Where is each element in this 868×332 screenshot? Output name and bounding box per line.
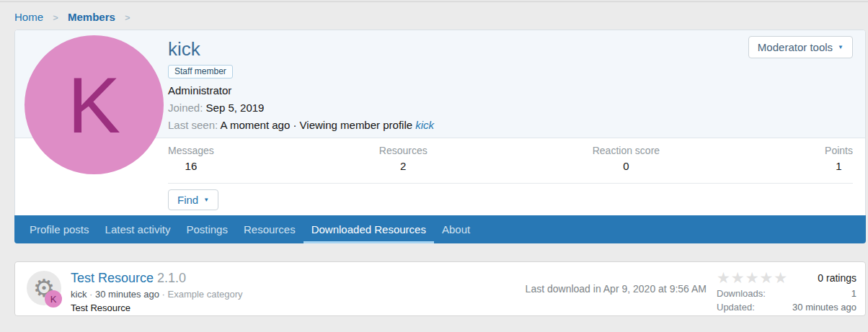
ratings-count: 0 ratings [818, 272, 856, 284]
stat-points: Points 1 [825, 145, 853, 183]
joined-label: Joined: [168, 102, 203, 114]
dot-separator: · [162, 289, 165, 300]
stat-resources: Resources 2 [379, 145, 428, 183]
resource-list-item: ⚙ K Test Resource 2.1.0 kick · 30 minute… [14, 261, 866, 316]
stat-value[interactable]: 1 [825, 160, 853, 172]
resource-icon[interactable]: ⚙ K [27, 271, 61, 305]
resource-title-line: Test Resource 2.1.0 [71, 271, 526, 285]
updated-label: Updated: [717, 302, 755, 313]
moderator-tools-button[interactable]: Moderator tools ▼ [748, 36, 853, 58]
resource-time: 30 minutes ago [95, 289, 159, 300]
tab-profile-posts[interactable]: Profile posts [22, 215, 97, 243]
last-seen-line: Last seen: A moment ago · Viewing member… [168, 119, 853, 131]
find-label: Find [177, 194, 198, 206]
stat-label: Reaction score [593, 145, 660, 156]
stat-value[interactable]: 16 [168, 160, 214, 172]
user-role: Administrator [168, 84, 853, 97]
staff-member-badge: Staff member [168, 65, 233, 78]
stat-label: Resources [379, 145, 428, 156]
avatar[interactable]: K [25, 35, 164, 174]
tab-postings[interactable]: Postings [178, 215, 236, 243]
downloads-label: Downloads: [717, 288, 766, 299]
last-seen-label: Last seen: [168, 119, 218, 131]
star-icon: ★ [759, 269, 774, 286]
star-icon: ★ [745, 269, 760, 286]
updated-value: 30 minutes ago [792, 302, 856, 313]
stat-value[interactable]: 2 [379, 160, 428, 172]
moderator-tools-label: Moderator tools [758, 41, 833, 53]
chevron-down-icon: ▼ [203, 197, 209, 203]
tab-downloaded-resources[interactable]: Downloaded Resources [304, 215, 434, 243]
stat-label: Points [825, 145, 853, 156]
stat-label: Messages [168, 145, 214, 156]
tab-latest-activity[interactable]: Latest activity [97, 215, 179, 243]
last-seen-profile-link[interactable]: kick [415, 119, 434, 131]
breadcrumb-members-link[interactable]: Members [68, 11, 115, 23]
stat-reaction-score: Reaction score 0 [593, 145, 660, 183]
downloads-value: 1 [851, 288, 856, 299]
resource-tagline: Test Resource [71, 302, 526, 313]
tab-about[interactable]: About [434, 215, 478, 243]
resource-side-stats: ★★★★★ 0 ratings Downloads: 1 Updated: 30… [717, 271, 856, 307]
stat-messages: Messages 16 [168, 145, 214, 183]
avatar-letter: K [68, 66, 120, 145]
resource-title-link[interactable]: Test Resource [71, 271, 154, 285]
updated-row: Updated: 30 minutes ago [717, 302, 856, 313]
member-profile-card: K kick Staff member Administrator Joined… [14, 30, 866, 243]
stat-value: 0 [593, 160, 660, 172]
joined-line: Joined: Sep 5, 2019 [168, 102, 853, 114]
profile-tab-bar: Profile posts Latest activity Postings R… [14, 215, 866, 243]
resource-category-link[interactable]: Example category [167, 289, 242, 300]
star-rating: ★★★★★ [717, 271, 788, 285]
avatar-letter: K [50, 294, 57, 305]
joined-value: Sep 5, 2019 [206, 102, 265, 114]
resource-version: 2.1.0 [157, 271, 186, 285]
chevron-right-icon: > [53, 12, 58, 23]
chevron-down-icon: ▼ [838, 45, 843, 50]
star-icon: ★ [717, 269, 731, 286]
find-button[interactable]: Find ▼ [168, 189, 218, 210]
downloads-row: Downloads: 1 [717, 288, 856, 299]
profile-actions: Find ▼ [15, 183, 865, 215]
rating-row: ★★★★★ 0 ratings [717, 271, 856, 285]
last-seen-value: A moment ago · Viewing member profile [221, 119, 413, 131]
star-icon: ★ [731, 269, 745, 286]
breadcrumb-home-link[interactable]: Home [14, 11, 43, 23]
resource-author-link[interactable]: kick [71, 289, 87, 300]
chevron-right-icon: > [125, 12, 130, 23]
resource-meta: kick · 30 minutes ago · Example category [71, 289, 526, 300]
last-download-text: Last download in Apr 9, 2020 at 9:56 AM [526, 283, 707, 295]
star-icon: ★ [774, 269, 788, 286]
author-avatar[interactable]: K [45, 290, 62, 308]
dot-separator: · [89, 289, 92, 300]
tab-resources[interactable]: Resources [236, 215, 304, 243]
breadcrumb: Home > Members > [0, 2, 868, 30]
resource-main: Test Resource 2.1.0 kick · 30 minutes ag… [71, 271, 526, 307]
